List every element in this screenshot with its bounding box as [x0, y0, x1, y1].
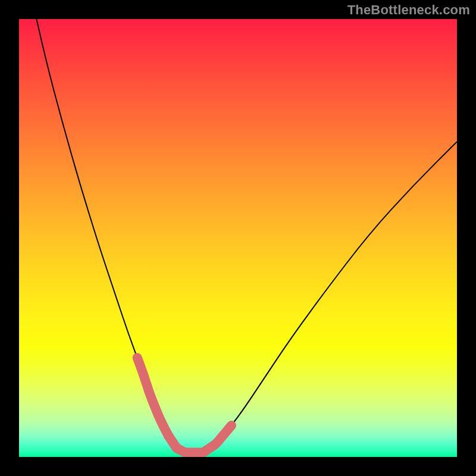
- plot-area: [19, 19, 457, 457]
- bottleneck-curve: [36, 19, 457, 453]
- watermark-text: TheBottleneck.com: [347, 2, 470, 18]
- outer-frame: TheBottleneck.com: [0, 0, 476, 476]
- curve-layer: [19, 19, 457, 457]
- highlight-valley-bottom: [168, 435, 203, 452]
- highlight-valley-right: [203, 425, 231, 453]
